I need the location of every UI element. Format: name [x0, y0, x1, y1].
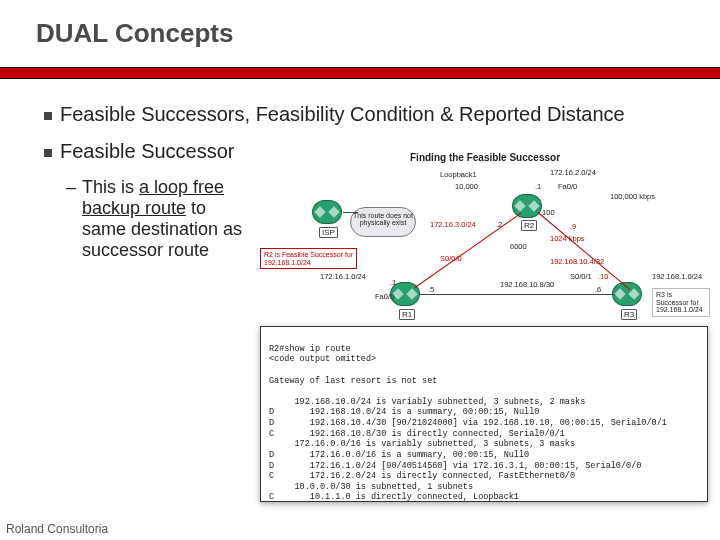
sub-prefix: This is	[82, 177, 139, 197]
cli-l8: C 172.16.2.0/24 is directly connected, F…	[269, 471, 575, 481]
anno-r1-line2: 192.168.1.0/24	[264, 259, 353, 267]
if-s000: S0/0/0	[440, 254, 462, 263]
link-r1-r3	[420, 294, 615, 295]
label-net-10432: 192.168.10.4/32	[550, 257, 604, 266]
router-isp	[312, 200, 342, 224]
bullet-feasible-successor: Feasible Successor	[44, 140, 254, 163]
page-title: DUAL Concepts	[0, 0, 720, 49]
label-net-right-a: 192.168.1.0/24	[652, 272, 702, 281]
label-bw-6000: 6000	[510, 242, 527, 251]
diagram-title: Finding the Feasible Successor	[410, 152, 560, 163]
bullet-square-icon	[44, 149, 52, 157]
label-bw-100000: 100,000 kbps	[610, 192, 655, 201]
subbullet-loop-free: – This is a loop free backup route to sa…	[66, 177, 254, 261]
cli-l7: D 172.16.1.0/24 [90/40514560] via 172.16…	[269, 461, 641, 471]
cli-output: R2#show ip route <code output omitted> G…	[260, 326, 708, 502]
cli-cmd: R2#show ip route	[269, 344, 351, 354]
cli-l9: 10.0.0.0/30 is subnetted, 1 subnets	[269, 482, 473, 492]
if-fa00-b: Fa0/0	[375, 292, 394, 301]
anno-r3-line2: 192.168.1.0/24	[656, 306, 706, 314]
cli-gateway: Gateway of last resort is not set	[269, 376, 437, 386]
if-dot100: .100	[540, 208, 555, 217]
dash-icon: –	[66, 177, 76, 198]
bullet-feasible-successors: Feasible Successors, Feasibility Conditi…	[44, 103, 692, 126]
anno-r3-successor: R3 is Successor for 192.168.1.0/24	[652, 288, 710, 317]
footer-brand: Roland Consultoria	[6, 522, 108, 536]
accent-bar	[0, 67, 720, 79]
if-dot1-b: .1	[390, 278, 396, 287]
bullet-b-text: Feasible Successor	[60, 140, 235, 163]
anno-r1-feasible: R2 is Feasible Successor for 192.168.1.0…	[260, 248, 357, 269]
cli-l2: D 192.168.10.0/24 is a summary, 00:00:15…	[269, 407, 539, 417]
if-dot10: .10	[598, 272, 608, 281]
cli-omitted: <code output omitted>	[269, 354, 376, 364]
router-r2-label: R2	[521, 220, 537, 231]
cloud-not-physical: This route does not physically exist	[350, 207, 416, 237]
label-net-right-b: 192.168.10.8/30	[500, 280, 554, 289]
router-isp-label: ISP	[319, 227, 338, 238]
label-bw-10000: 10,000	[455, 182, 478, 191]
cli-l5: 172.16.0.0/16 is variably subnetted, 3 s…	[269, 439, 575, 449]
cli-l4: C 192.168.10.8/30 is directly connected,…	[269, 429, 565, 439]
cli-l10: C 10.1.1.0 is directly connected, Loopba…	[269, 492, 519, 502]
subbullet-text: This is a loop free backup route to same…	[82, 177, 254, 261]
if-s001: S0/0/1	[570, 272, 592, 281]
if-dot5: .5	[428, 285, 434, 294]
link-isp-cloud	[343, 212, 358, 213]
router-r3-label: R3	[621, 309, 637, 320]
label-loopback-net: 172.16.2.0/24	[550, 168, 596, 177]
if-dot6: .6	[595, 285, 601, 294]
if-dot2: .2	[496, 220, 502, 229]
cli-l3: D 192.168.10.4/30 [90/21024000] via 192.…	[269, 418, 667, 428]
bullet-a-text: Feasible Successors, Feasibility Conditi…	[60, 103, 625, 126]
label-bw-1024: 1024 kbps	[550, 234, 585, 243]
label-net-top: 172.16.3.0/24	[430, 220, 476, 229]
if-dot1-a: .1	[535, 182, 541, 191]
label-net-left: 172.16.1.0/24	[320, 272, 366, 281]
label-loopback: Loopback1	[440, 170, 477, 179]
cli-l1: 192.168.10.0/24 is variably subnetted, 3…	[269, 397, 585, 407]
network-diagram: Finding the Feasible Successor Loopback1…	[260, 152, 710, 322]
anno-r1-line1: R2 is Feasible Successor for	[264, 251, 353, 259]
cli-l6: D 172.16.0.0/16 is a summary, 00:00:15, …	[269, 450, 529, 460]
router-r1-label: R1	[399, 309, 415, 320]
if-fa00-a: Fa0/0	[558, 182, 577, 191]
bullet-square-icon	[44, 112, 52, 120]
if-dot9: .9	[570, 222, 576, 231]
anno-r3-line1: R3 is Successor for	[656, 291, 706, 306]
